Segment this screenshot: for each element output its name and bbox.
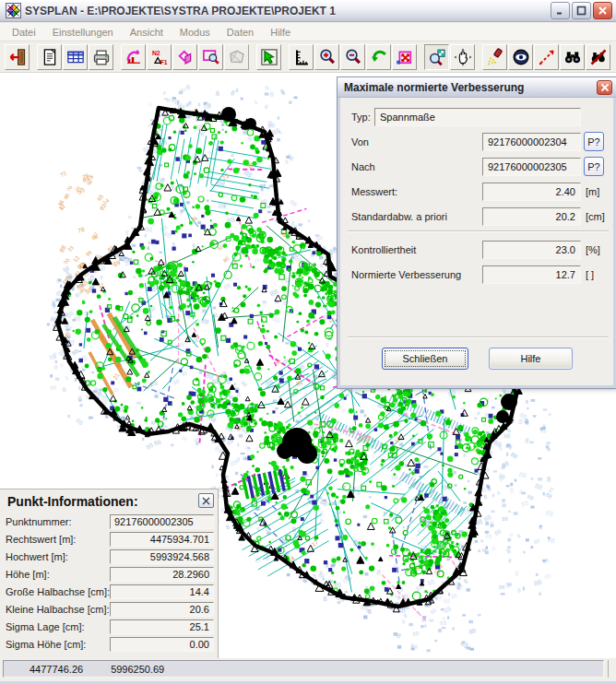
zoom-out-button[interactable] [340, 44, 365, 70]
svg-text:12: 12 [72, 254, 81, 263]
svg-text:88: 88 [543, 572, 551, 581]
pointer-button[interactable] [256, 44, 281, 70]
zoom-window-icon [428, 48, 446, 66]
menu-ansicht[interactable]: Ansicht [122, 25, 172, 40]
panel-row-kleine-halbachse: Kleine Halbachse [cm]:20.6 [0, 601, 219, 619]
svg-text:8: 8 [489, 520, 495, 528]
nach-label: Nach [351, 161, 375, 172]
svg-text:8: 8 [323, 595, 327, 603]
svg-text:8: 8 [509, 532, 514, 538]
hoehe-field: 28.2960 [110, 567, 214, 582]
menu-daten[interactable]: Daten [219, 25, 262, 40]
dialog-separator-1 [348, 230, 609, 232]
scale-button[interactable] [289, 44, 314, 70]
svg-text:98: 98 [85, 250, 93, 258]
menu-datei[interactable]: Datei [4, 25, 44, 40]
menu-einstellungen[interactable]: Einstellungen [44, 25, 122, 40]
dialog-title: Maximale normierte Verbesserung [344, 81, 597, 94]
svg-text:88: 88 [443, 597, 451, 605]
menu-hilfe[interactable]: Hilfe [262, 25, 299, 40]
typ-field: Spannmaße [374, 108, 581, 126]
highlight-button[interactable] [482, 44, 507, 70]
pan-button[interactable] [450, 44, 475, 70]
zoom-select-button[interactable] [198, 44, 223, 70]
print-button[interactable] [89, 44, 113, 70]
svg-text:8: 8 [525, 419, 528, 426]
svg-text:8: 8 [524, 436, 529, 445]
search-button[interactable] [560, 44, 585, 70]
app-icon[interactable] [6, 3, 21, 18]
svg-text:88: 88 [450, 592, 458, 600]
svg-text:8: 8 [498, 443, 504, 453]
panel-close-button[interactable] [198, 493, 214, 508]
plot-statistics-button[interactable] [121, 44, 146, 70]
scale-icon [292, 48, 311, 66]
dialog-close-button[interactable] [597, 80, 612, 95]
svg-text:8: 8 [496, 489, 502, 496]
svg-text:8: 8 [136, 166, 144, 175]
report-button[interactable] [37, 44, 62, 70]
undo-button[interactable] [366, 44, 391, 70]
svg-text:88: 88 [74, 315, 81, 322]
svg-text:88: 88 [518, 470, 527, 479]
svg-text:70: 70 [62, 256, 71, 265]
view-icon [512, 48, 530, 66]
flag-select-icon [176, 48, 195, 66]
zoom-select-icon [202, 48, 220, 66]
point-labels-button[interactable]: N2F1 [147, 44, 172, 70]
status-rechtswert: 4477746.26 [30, 664, 83, 675]
messwert-label: Messwert: [351, 186, 397, 197]
measure-icon [538, 48, 556, 66]
maximize-button[interactable] [572, 2, 591, 19]
toolbar: N2F1 A A [0, 41, 616, 73]
svg-text:88: 88 [442, 605, 452, 615]
svg-text:88: 88 [154, 439, 162, 446]
nach-point-select-button[interactable]: P? [584, 157, 604, 176]
sigma-lage-field: 25.1 [110, 619, 214, 634]
svg-text:8: 8 [53, 363, 58, 371]
exit-button[interactable] [5, 44, 30, 70]
point-labels-icon: N2F1 [150, 48, 169, 66]
plot-statistics-icon [124, 48, 143, 66]
svg-text:88: 88 [439, 619, 447, 627]
panel-title: Punkt-Informationen: [0, 489, 218, 512]
svg-text:8: 8 [253, 100, 258, 106]
menu-modus[interactable]: Modus [172, 25, 219, 40]
svg-text:8: 8 [65, 375, 70, 382]
svg-text:8: 8 [55, 277, 60, 285]
report-icon [41, 48, 59, 66]
panel-row-sigma-hoehe: Sigma Höhe [cm]:0.00 [0, 636, 219, 654]
flag-select-button[interactable] [172, 44, 197, 70]
svg-text:88: 88 [502, 515, 508, 522]
stdabw-unit: [cm] [586, 211, 605, 222]
zoom-in-icon [318, 48, 337, 66]
undo-icon [370, 48, 388, 66]
svg-text:8: 8 [517, 488, 525, 495]
zoom-window-button[interactable] [424, 44, 449, 70]
svg-text:88: 88 [145, 225, 153, 234]
measure-button[interactable] [534, 44, 559, 70]
zoom-in-button[interactable] [314, 44, 339, 70]
dialog-title-bar[interactable]: Maximale normierte Verbesserung [338, 77, 616, 98]
close-button[interactable] [593, 2, 612, 19]
zoom-extents-button[interactable] [392, 44, 417, 70]
view-button[interactable] [508, 44, 533, 70]
hilfe-button[interactable]: Hilfe [489, 348, 573, 370]
von-point-select-button[interactable]: P? [584, 132, 604, 151]
schliessen-button[interactable]: Schließen [382, 348, 468, 370]
svg-text:88: 88 [74, 416, 85, 427]
search-off-button[interactable] [586, 44, 610, 70]
svg-text:88: 88 [510, 451, 519, 460]
svg-text:88: 88 [533, 537, 541, 545]
polygon-button[interactable] [224, 44, 249, 70]
panel-row-sigma-lage: Sigma Lage [cm]:25.1 [0, 619, 219, 636]
kleine-halbachse-field: 20.6 [110, 602, 214, 617]
von-label: Von [351, 136, 369, 147]
table-button[interactable] [63, 44, 88, 70]
svg-text:88: 88 [545, 491, 554, 501]
svg-text:8: 8 [269, 89, 274, 98]
stdabw-field: 20.2 [482, 207, 581, 226]
svg-text:8: 8 [546, 475, 551, 483]
zoom-extents-icon [396, 48, 414, 66]
minimize-button[interactable] [551, 2, 570, 19]
